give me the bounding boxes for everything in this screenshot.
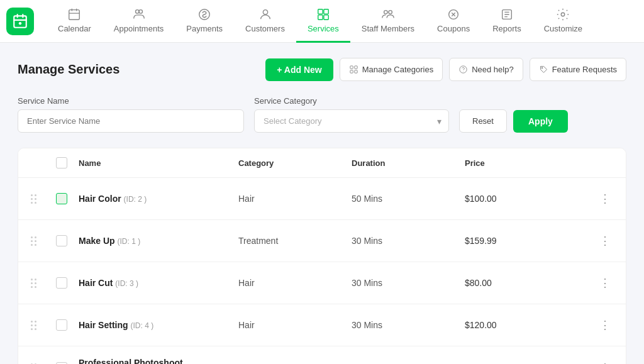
filter-actions: Reset Apply — [459, 109, 568, 133]
svg-rect-15 — [350, 66, 353, 69]
table-row-inner-1[interactable]: Make Up (ID: 1 ) Treatment 30 Mins $159.… — [18, 223, 626, 259]
nav-label-customize: Customize — [544, 24, 582, 33]
drag-handle[interactable] — [28, 234, 56, 248]
feature-requests-label: Feature Requests — [552, 65, 617, 74]
table-row: Hair Color (ID: 2 ) Hair 50 Mins $100.00… — [18, 178, 626, 220]
col-header-category: Category — [238, 158, 352, 168]
row-more-options-0[interactable]: ⋮ — [594, 189, 616, 208]
row-more-options-3[interactable]: ⋮ — [594, 316, 616, 334]
service-name-cell-1: Make Up (ID: 1 ) — [79, 236, 238, 246]
need-help-label: Need help? — [472, 65, 514, 74]
nav-item-calendar[interactable]: Calendar — [47, 0, 103, 43]
svg-point-1 — [19, 22, 21, 25]
apply-button[interactable]: Apply — [513, 110, 568, 133]
nav-item-coupons[interactable]: Coupons — [426, 0, 481, 43]
nav-item-customers[interactable]: Customers — [234, 0, 296, 43]
svg-rect-10 — [324, 14, 328, 19]
header-actions: + Add New Manage Categories Need help? F… — [265, 58, 626, 81]
service-name-input[interactable] — [18, 109, 244, 133]
row-more-options-1[interactable]: ⋮ — [594, 231, 616, 250]
svg-rect-16 — [354, 66, 357, 69]
page-header: Manage Services + Add New Manage Categor… — [18, 58, 626, 81]
select-all-checkbox[interactable] — [56, 157, 67, 168]
row-checkbox-1[interactable] — [56, 235, 67, 246]
row-actions-2: ⋮ — [578, 273, 616, 292]
service-duration-cell-0: 50 Mins — [352, 194, 465, 204]
nav-label-payments: Payments — [186, 24, 223, 33]
row-more-options-4[interactable]: ⋮ — [594, 358, 616, 364]
service-name-cell-0: Hair Color (ID: 2 ) — [79, 194, 238, 204]
service-price-cell-0: $100.00 — [465, 194, 578, 204]
table-row: Hair Cut (ID: 3 ) Hair 30 Mins $80.00 ⋮ — [18, 262, 626, 304]
col-header-name: Name — [79, 158, 238, 168]
feature-requests-button[interactable]: Feature Requests — [530, 58, 626, 81]
service-category-cell-1: Treatment — [238, 236, 352, 246]
nav-item-reports[interactable]: Reports — [481, 0, 533, 43]
drag-handle[interactable] — [28, 318, 56, 333]
navigation: Calendar Appointments Payments Customers… — [0, 0, 644, 43]
row-actions-1: ⋮ — [578, 231, 616, 250]
service-name-filter: Service Name — [18, 96, 244, 133]
add-new-button[interactable]: + Add New — [265, 58, 333, 81]
svg-point-21 — [541, 67, 543, 69]
svg-rect-8 — [324, 9, 328, 13]
service-category-label: Service Category — [254, 96, 449, 106]
nav-label-staff-members: Staff Members — [362, 24, 414, 33]
service-name-cell-4: Professional Photoshoot(ID: 5 ) — [79, 358, 238, 364]
page-title: Manage Services — [18, 62, 119, 77]
svg-point-14 — [562, 13, 565, 16]
row-actions-3: ⋮ — [578, 316, 616, 334]
tag-icon — [539, 65, 548, 74]
app-logo[interactable] — [6, 8, 34, 35]
reset-button[interactable]: Reset — [459, 109, 507, 133]
svg-point-19 — [460, 66, 467, 73]
drag-handle[interactable] — [28, 276, 56, 290]
table-row-inner-0[interactable]: Hair Color (ID: 2 ) Hair 50 Mins $100.00… — [18, 180, 626, 217]
row-actions-4: ⋮ — [578, 358, 616, 364]
service-duration-cell-2: 30 Mins — [352, 278, 465, 288]
nav-label-appointments: Appointments — [114, 24, 164, 33]
row-more-options-2[interactable]: ⋮ — [594, 273, 616, 292]
row-checkbox-3[interactable] — [56, 319, 67, 331]
nav-label-customers: Customers — [245, 24, 285, 33]
table-row-inner-4[interactable]: Professional Photoshoot(ID: 5 ) Hair 30 … — [18, 349, 626, 364]
service-name-label: Service Name — [18, 96, 244, 106]
nav-label-services: Services — [308, 24, 339, 33]
main-content: Manage Services + Add New Manage Categor… — [0, 43, 644, 364]
nav-item-appointments[interactable]: Appointments — [103, 0, 175, 43]
nav-item-payments[interactable]: Payments — [175, 0, 234, 43]
manage-categories-label: Manage Categories — [362, 65, 433, 74]
need-help-button[interactable]: Need help? — [449, 58, 523, 81]
service-category-wrapper: Select Category Hair Treatment ▾ — [254, 109, 449, 133]
drag-handle[interactable] — [28, 192, 56, 206]
table-row: Hair Setting (ID: 4 ) Hair 30 Mins $120.… — [18, 304, 626, 346]
service-name-cell-2: Hair Cut (ID: 3 ) — [79, 278, 238, 288]
svg-rect-0 — [14, 16, 26, 27]
svg-point-6 — [263, 9, 267, 14]
svg-point-12 — [389, 10, 392, 13]
drag-handle[interactable] — [28, 361, 56, 365]
service-price-cell-1: $159.99 — [465, 236, 578, 246]
svg-rect-18 — [354, 70, 357, 73]
nav-item-customize[interactable]: Customize — [533, 0, 594, 43]
svg-rect-2 — [69, 9, 80, 19]
table-row: Professional Photoshoot(ID: 5 ) Hair 30 … — [18, 346, 626, 364]
table-row-inner-3[interactable]: Hair Setting (ID: 4 ) Hair 30 Mins $120.… — [18, 307, 626, 343]
nav-item-staff-members[interactable]: Staff Members — [350, 0, 426, 43]
manage-categories-button[interactable]: Manage Categories — [340, 58, 443, 81]
table-header: Name Category Duration Price — [18, 148, 626, 178]
service-category-cell-0: Hair — [238, 194, 352, 204]
row-checkbox-0[interactable] — [56, 193, 67, 204]
svg-rect-7 — [318, 9, 323, 13]
service-price-cell-2: $80.00 — [465, 278, 578, 288]
service-duration-cell-1: 30 Mins — [352, 236, 465, 246]
col-header-price: Price — [465, 158, 578, 168]
nav-item-services[interactable]: Services — [296, 0, 350, 43]
svg-point-4 — [139, 9, 143, 13]
row-checkbox-2[interactable] — [56, 277, 67, 289]
service-category-select[interactable]: Select Category Hair Treatment — [254, 109, 449, 133]
table-row-inner-2[interactable]: Hair Cut (ID: 3 ) Hair 30 Mins $80.00 ⋮ — [18, 265, 626, 301]
col-header-duration: Duration — [352, 158, 465, 168]
svg-point-11 — [384, 10, 388, 13]
service-category-cell-3: Hair — [238, 320, 352, 330]
